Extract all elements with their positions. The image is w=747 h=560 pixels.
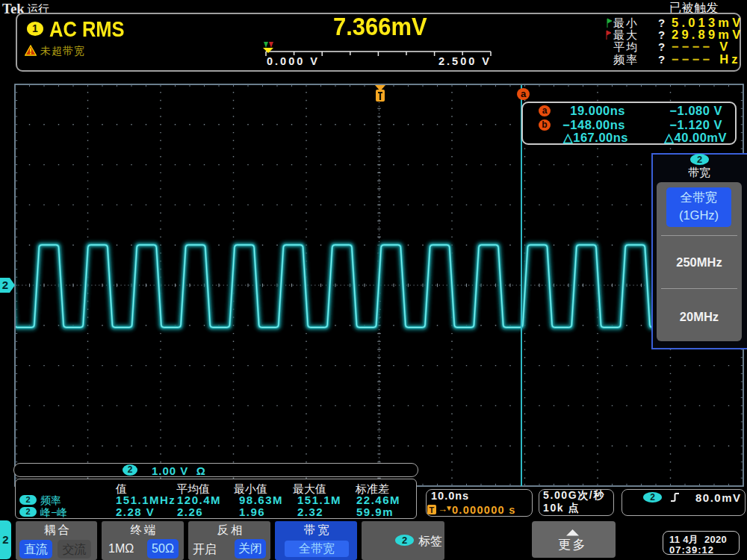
svg-text:2: 2: [2, 279, 8, 291]
